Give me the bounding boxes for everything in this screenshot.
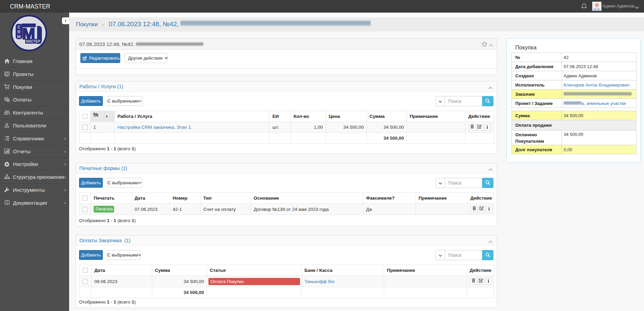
- svg-text:C: C: [17, 25, 20, 30]
- svg-text:R: R: [17, 30, 20, 34]
- svg-text:МАСТЕР: МАСТЕР: [26, 40, 40, 43]
- svg-text:₽: ₽: [7, 99, 9, 103]
- svg-text:M: M: [17, 34, 21, 39]
